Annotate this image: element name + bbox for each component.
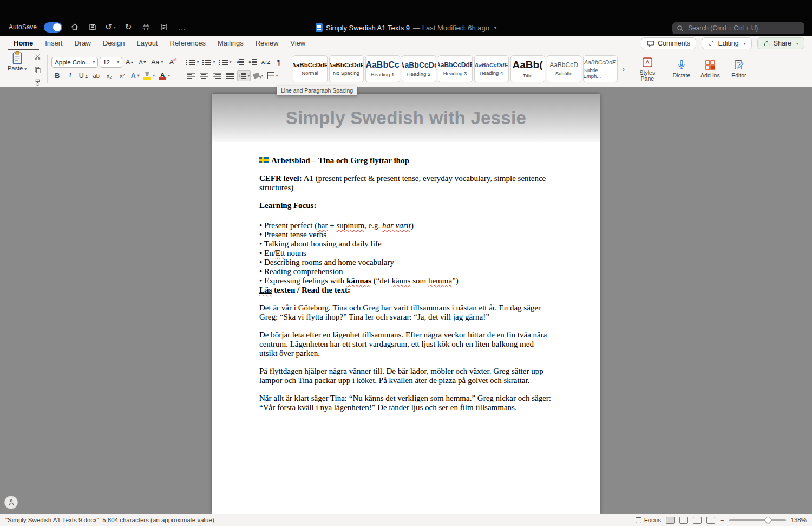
borders-button[interactable]: ▾ xyxy=(266,70,279,81)
font-size-select[interactable]: 12▾ xyxy=(100,57,122,68)
more-commands-icon[interactable]: … xyxy=(176,22,187,33)
print-icon[interactable] xyxy=(141,22,152,33)
increase-indent-button[interactable]: ► xyxy=(247,57,259,68)
text-effects-button[interactable]: A▾ xyxy=(129,70,141,81)
tab-insert[interactable]: Insert xyxy=(39,36,69,50)
cefr-label: CEFR level: xyxy=(259,174,302,183)
zoom-slider-thumb[interactable] xyxy=(765,517,771,523)
numbered-list-button[interactable]: ▾ xyxy=(201,57,216,68)
home-icon[interactable] xyxy=(69,22,80,33)
italic-button[interactable]: I xyxy=(64,70,76,81)
comments-button[interactable]: Comments xyxy=(641,37,696,49)
undo-icon[interactable]: ↺▾ xyxy=(105,22,116,33)
font-color-icon: A xyxy=(159,72,166,80)
addins-grid-icon xyxy=(704,59,716,71)
share-label: Share xyxy=(774,40,791,47)
document-body[interactable]: Arbetsblad – Tina och Greg flyttar ihop … xyxy=(212,142,600,412)
style-heading-2[interactable]: AaBbCcDcHeading 2 xyxy=(402,55,436,82)
change-case-button[interactable]: Aa▾ xyxy=(150,57,164,68)
format-painter-button[interactable] xyxy=(32,77,43,88)
copy-button[interactable] xyxy=(32,64,43,75)
document-page[interactable]: Simply Swedish with Jessie Arbetsblad – … xyxy=(212,94,600,514)
styles-pane-button[interactable]: A Styles Pane xyxy=(634,55,661,83)
quick-style-icon[interactable] xyxy=(159,22,169,33)
worksheet-heading: Arbetsblad – Tina och Greg flyttar ihop xyxy=(259,156,553,165)
character-count-status: "Simply Swedish A1 Texts 9.docx": 5,804 … xyxy=(5,517,216,523)
style-heading-1[interactable]: AaBbCcHeading 1 xyxy=(365,55,400,82)
grow-font-button[interactable]: A▲ xyxy=(124,57,135,68)
tab-design[interactable]: Design xyxy=(97,36,130,50)
zoom-level[interactable]: 138% xyxy=(791,517,807,523)
style-preview: AaBbCcDdE xyxy=(475,62,508,68)
editor-button[interactable]: Editor xyxy=(726,58,751,80)
font-color-button[interactable]: A▾ xyxy=(158,70,171,81)
numbered-list-icon xyxy=(202,59,211,66)
print-layout-view-button[interactable] xyxy=(666,517,675,524)
tab-references[interactable]: References xyxy=(164,36,212,50)
multilevel-list-button[interactable]: ▾ xyxy=(218,57,233,68)
bullet-item: • Reading comprehension xyxy=(259,267,553,276)
outline-view-button[interactable] xyxy=(693,517,702,524)
addins-button[interactable]: Add-ins xyxy=(698,58,723,80)
paste-button[interactable]: Paste▾ xyxy=(4,50,30,73)
focus-mode-button[interactable]: Focus xyxy=(636,517,661,523)
draft-view-button[interactable] xyxy=(706,517,715,524)
search-input[interactable] xyxy=(687,24,800,33)
bullet-item: • Present perfect (har + supinum, e.g. h… xyxy=(259,221,553,230)
subscript-button[interactable]: x₂ xyxy=(103,70,115,81)
styles-gallery-more-button[interactable]: › xyxy=(621,65,626,73)
line-spacing-button[interactable]: ↕▾ xyxy=(237,70,251,81)
align-left-button[interactable] xyxy=(185,70,197,81)
share-button[interactable]: Share ▾ xyxy=(757,37,804,49)
style-preview: AaBbCcDdE xyxy=(329,62,364,68)
style-no-spacing[interactable]: AaBbCcDdENo Spacing xyxy=(329,55,364,82)
align-center-button[interactable] xyxy=(198,70,209,81)
editing-mode-button[interactable]: Editing ▾ xyxy=(702,37,751,49)
bullet-list-button[interactable]: ▾ xyxy=(185,57,200,68)
share-icon xyxy=(763,40,770,47)
sort-button[interactable]: A↕Z xyxy=(260,57,272,68)
accessibility-button[interactable] xyxy=(4,496,18,509)
titlebar: AutoSave ↺▾ ↻ … Simply Swedish A1 Texts … xyxy=(0,0,812,36)
style-subtle-emph-[interactable]: AaBbCcDdESubtle Emph... xyxy=(583,55,618,82)
cut-button[interactable] xyxy=(32,51,43,62)
tab-home[interactable]: Home xyxy=(8,36,39,50)
align-right-button[interactable] xyxy=(211,70,222,81)
tab-view[interactable]: View xyxy=(284,36,311,50)
show-paragraph-marks-button[interactable]: ¶ xyxy=(273,57,285,68)
document-title-menu[interactable]: Simply Swedish A1 Texts 9 — Last Modifie… xyxy=(316,23,496,32)
save-icon[interactable] xyxy=(87,22,98,33)
font-name-select[interactable]: Apple Colo...▾ xyxy=(51,57,98,68)
tab-mailings[interactable]: Mailings xyxy=(212,36,250,50)
style-heading-4[interactable]: AaBbCcDdEHeading 4 xyxy=(474,55,509,82)
bold-button[interactable]: B xyxy=(51,70,63,81)
style-label: Heading 3 xyxy=(443,70,467,76)
shading-button[interactable]: ▾ xyxy=(252,70,264,81)
tab-review[interactable]: Review xyxy=(250,36,285,50)
zoom-slider[interactable] xyxy=(729,517,786,523)
justify-button[interactable] xyxy=(224,70,235,81)
tab-draw[interactable]: Draw xyxy=(69,36,97,50)
shrink-font-button[interactable]: A▼ xyxy=(137,57,148,68)
style-label: Heading 4 xyxy=(480,70,503,76)
superscript-button[interactable]: x² xyxy=(116,70,128,81)
redo-icon[interactable]: ↻ xyxy=(123,22,134,33)
web-layout-view-button[interactable] xyxy=(679,517,688,524)
title-chevron-icon: ▾ xyxy=(494,25,496,30)
underline-button[interactable]: U▾ xyxy=(77,70,89,81)
clear-formatting-button[interactable]: A xyxy=(166,57,177,68)
highlight-color-button[interactable]: ▾ xyxy=(142,70,156,81)
strikethrough-button[interactable]: ab xyxy=(90,70,102,81)
dictate-button[interactable]: Dictate xyxy=(669,58,694,80)
decrease-indent-button[interactable]: ◄ xyxy=(234,57,246,68)
autosave-toggle[interactable] xyxy=(44,22,62,33)
tab-layout[interactable]: Layout xyxy=(130,36,163,50)
style-subtitle[interactable]: AaBbCcDSubtitle xyxy=(547,55,581,82)
search-box[interactable] xyxy=(672,22,804,34)
bullet-item: • Describing rooms and home vocabulary xyxy=(259,258,553,267)
style-heading-3[interactable]: AaBbCcDdEHeading 3 xyxy=(438,55,473,82)
zoom-out-button[interactable]: − xyxy=(720,516,724,524)
font-name-value: Apple Colo... xyxy=(55,59,90,66)
style-normal[interactable]: AaBbCcDdENormal xyxy=(293,55,328,82)
style-title[interactable]: AaBb(Title xyxy=(510,55,545,82)
